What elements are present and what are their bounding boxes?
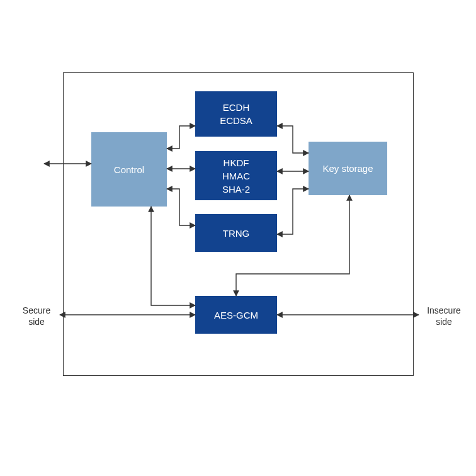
secure-side-label: Secure side [18, 305, 55, 327]
ecdh-ecdsa-label: ECDH ECDSA [220, 101, 252, 127]
aes-gcm-label: AES-GCM [214, 309, 258, 322]
hkdf-hmac-sha2-label: HKDF HMAC SHA-2 [222, 156, 250, 196]
key-storage-block: Key storage [309, 142, 387, 195]
aes-gcm-block: AES-GCM [195, 296, 277, 334]
trng-label: TRNG [223, 227, 250, 240]
trng-block: TRNG [195, 214, 277, 252]
insecure-side-label: Insecure side [423, 305, 465, 327]
control-label: Control [114, 163, 144, 176]
ecdh-ecdsa-block: ECDH ECDSA [195, 91, 277, 137]
control-block: Control [91, 132, 167, 207]
hkdf-hmac-sha2-block: HKDF HMAC SHA-2 [195, 151, 277, 200]
key-storage-label: Key storage [322, 162, 373, 175]
